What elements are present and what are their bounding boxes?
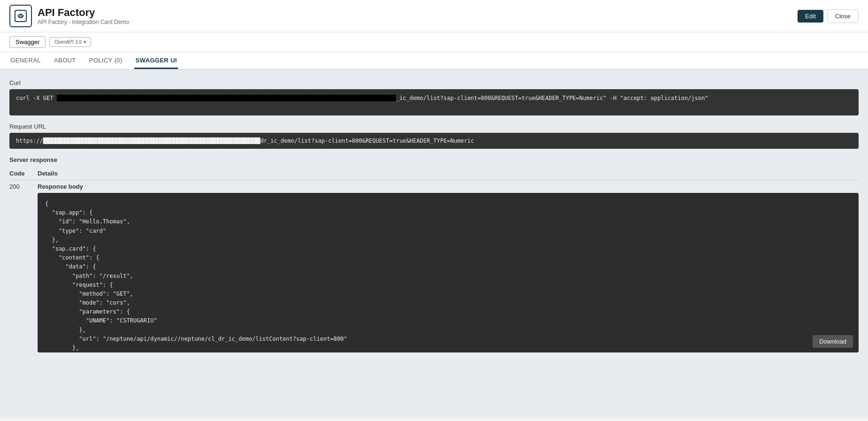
svg-rect-0 [15,10,26,22]
response-details-cell: Response body { "sap.app": { "id": "Hell… [38,180,859,356]
response-code-cell: 200 [9,180,38,356]
url-suffix: dr_ic_demo/list?sap-client=800&REQUEST=t… [260,138,474,144]
response-body-container: { "sap.app": { "id": "Hello.Thomas", "ty… [38,193,859,352]
code-column-header: Code [9,167,38,180]
table-row: 200 Response body { "sap.app": { "id": "… [9,180,859,356]
openapi-label: OpenAPI 3.0 [54,39,81,45]
request-url-block: https://████████████████████████████████… [9,133,859,149]
dropdown-icon: ▾ [84,39,86,45]
app-title: API Factory [38,7,129,19]
tab-general[interactable]: GENERAL [9,52,42,69]
app-logo [9,5,32,27]
svg-point-1 [20,15,22,17]
details-column-header: Details [38,167,859,180]
request-url-label: Request URL [9,123,859,130]
header-left: API Factory API Factory - Integration Ca… [9,5,129,27]
curl-label: Curl [9,79,859,86]
edit-button[interactable]: Edit [798,10,823,23]
app-subtitle: API Factory - Integration Card Demo [38,19,129,25]
app-header: API Factory API Factory - Integration Ca… [0,0,868,32]
openapi-select[interactable]: OpenAPI 3.0 ▾ [49,37,91,47]
swagger-button[interactable]: Swagger [9,36,46,48]
swagger-panel: Curl curl -X GET ███████████████████████… [0,70,868,368]
url-redacted: ████████████████████████████████████████… [43,138,260,144]
tab-about[interactable]: ABOUT [53,52,77,69]
curl-redacted: ████████████████████████████████████████… [57,95,396,101]
close-button[interactable]: Close [827,9,859,23]
download-button[interactable]: Download [813,335,853,348]
url-prefix: https:// [16,138,43,144]
curl-block: curl -X GET ████████████████████████████… [9,89,859,115]
response-body-code: { "sap.app": { "id": "Hello.Thomas", "ty… [38,193,859,352]
response-body-label: Response body [38,183,859,190]
response-table: Code Details 200 Response body { "sap.ap… [9,167,859,355]
tab-swagger-ui[interactable]: SWAGGER UI [134,52,178,69]
toolbar: Swagger OpenAPI 3.0 ▾ [0,32,868,52]
nav-tabs: GENERAL ABOUT POLICY (0) SWAGGER UI [0,52,868,70]
curl-prefix: curl -X GET [16,95,57,101]
main-content: Curl curl -X GET ███████████████████████… [0,70,868,418]
curl-suffix: _ic_demo/list?sap-client=800&REQUEST=tru… [396,95,708,101]
header-actions: Edit Close [798,9,859,23]
tab-policy[interactable]: POLICY (0) [88,52,124,69]
header-title-group: API Factory API Factory - Integration Ca… [38,7,129,25]
server-response-label: Server response [9,156,859,163]
